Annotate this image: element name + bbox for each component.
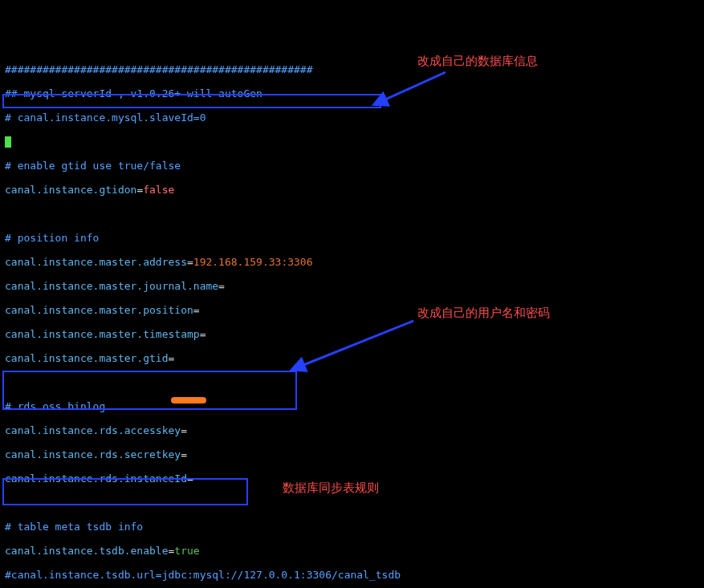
config-key: canal.instance.rds.secretkey <box>5 448 181 460</box>
config-value: true <box>174 545 199 557</box>
password-mask <box>171 397 206 403</box>
config-key: canal.instance.rds.accesskey <box>5 424 181 436</box>
config-key: canal.instance.master.journal.name <box>5 280 218 292</box>
config-key: canal.instance.master.timestamp <box>5 328 200 340</box>
annotation-db-info: 改成自己的数据库信息 <box>417 55 538 67</box>
comment-line: # canal.instance.mysql.slaveId=0 <box>5 112 206 124</box>
config-key: canal.instance.tsdb.enable <box>5 545 169 557</box>
annotation-table-rule: 数据库同步表规则 <box>283 481 379 493</box>
comment-line: # position info <box>5 232 99 244</box>
config-key: canal.instance.master.position <box>5 304 193 316</box>
config-value: false <box>143 184 174 196</box>
code-editor[interactable]: ########################################… <box>5 51 699 588</box>
config-key: canal.instance.rds.instanceId <box>5 472 187 485</box>
comment-line: #canal.instance.tsdb.url=jdbc:mysql://12… <box>5 569 401 581</box>
config-key: canal.instance.master.gtid <box>5 352 169 364</box>
comment-line: # enable gtid use true/false <box>5 160 181 172</box>
text-cursor <box>5 136 11 148</box>
config-key: canal.instance.gtidon <box>5 184 136 196</box>
annotation-user-pass: 改成自己的用户名和密码 <box>417 306 550 318</box>
comment-line: ## mysql serverId , v1.0.26+ will autoGe… <box>5 87 262 99</box>
comment-line: ########################################… <box>5 63 313 75</box>
comment-line: # rds oss binlog <box>5 400 105 412</box>
comment-line: # table meta tsdb info <box>5 521 143 533</box>
config-key-master-address: canal.instance.master.address <box>5 256 187 268</box>
config-value-ip: 192.168.159.33:3306 <box>193 256 313 268</box>
